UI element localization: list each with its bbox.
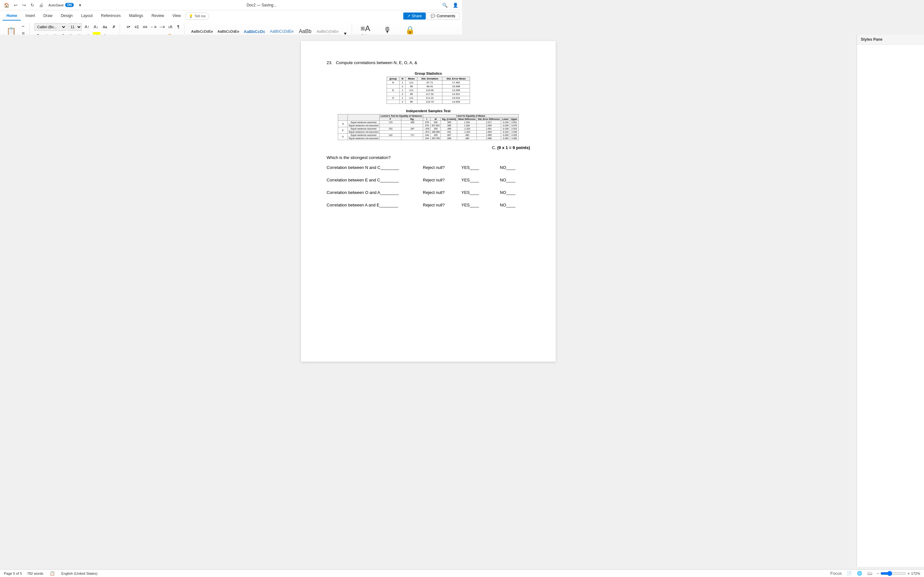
tab-layout[interactable]: Layout	[78, 11, 97, 21]
sort-btn[interactable]: ↕A	[166, 23, 174, 31]
autosave-toggle: ON	[65, 3, 74, 7]
correlation-row-3: Correlation between A and E________ Reje…	[326, 203, 462, 207]
paragraph-marks-btn[interactable]: ¶	[174, 23, 182, 31]
corr-reject-1: Reject null?	[423, 177, 461, 182]
undo-btn[interactable]: ↩	[13, 2, 19, 8]
corr-label-1: Correlation between E and C________	[326, 177, 423, 182]
document-page: 23. Compute correlations between N, E, O…	[301, 41, 462, 288]
doc-title: Doc2 — Saving...	[247, 3, 276, 7]
gs-col-n: N	[399, 77, 405, 81]
table-row: N111167.7117.462	[387, 81, 462, 85]
dictate-icon: 🎙	[384, 26, 391, 35]
gs-col-mean: Mean	[405, 77, 417, 81]
corr-label-0: Correlation between N and C________	[326, 165, 423, 170]
title-bar-left: 🏠 ↩ ↪ ↻ 🖨 AutoSave ON ▾	[3, 2, 82, 8]
styles-pane-icon: ≡A	[360, 24, 370, 33]
font-family-select[interactable]: Calibri (Bo...	[34, 23, 66, 31]
redo-btn[interactable]: ↪	[21, 2, 27, 8]
title-bar-center: Doc2 — Saving...	[247, 3, 276, 7]
table-row: N Equal variances assumed .715.399.576 2…	[338, 121, 462, 124]
clear-format-btn[interactable]: ✗	[110, 23, 118, 31]
home-icon-btn[interactable]: 🏠	[3, 2, 11, 8]
cut-icon: ✂	[22, 25, 24, 28]
share-label: Share	[412, 14, 422, 18]
ind-test-container: Independent Samples Test Levene's Test f…	[326, 109, 462, 140]
ind-test-title: Independent Samples Test	[326, 109, 462, 113]
ind-test-table: Levene's Test for Equality of Variances …	[338, 114, 462, 140]
section-c-header: C. (9 x 1 = 9 points)	[326, 145, 462, 150]
corr-reject-2: Reject null?	[423, 190, 461, 195]
group-stats-title: Group Statistics	[326, 71, 462, 75]
table-row: E1111110.0013.359	[387, 89, 462, 92]
corr-label-3: Correlation between A and E________	[326, 203, 423, 207]
decrease-indent-btn[interactable]: ←≡	[150, 23, 157, 31]
gs-col-std-dev: Std. Deviation	[417, 77, 443, 81]
gs-col-std-err: Std. Error Mean	[443, 77, 462, 81]
title-bar: 🏠 ↩ ↪ ↻ 🖨 AutoSave ON ▾ Doc2 — Saving...…	[0, 0, 462, 10]
print-btn[interactable]: 🖨	[37, 2, 45, 8]
corr-yes-1: YES____	[461, 177, 462, 182]
corr-yes-2: YES____	[461, 190, 462, 195]
table-row: 299110.7314.629	[387, 100, 462, 104]
gs-col-group: group	[387, 77, 400, 81]
tell-me-input[interactable]: 💡 Tell me	[185, 13, 209, 20]
table-row: 299117.3214.921	[387, 92, 462, 96]
user-profile-btn[interactable]: 👤	[451, 2, 459, 8]
tab-references[interactable]: References	[97, 11, 124, 21]
table-row: O Equal variances assumed .132.717.244 2…	[338, 134, 462, 137]
comments-btn[interactable]: 💬 Comments	[426, 12, 459, 20]
tell-me-label: Tell me	[194, 14, 206, 18]
cut-btn[interactable]: ✂	[19, 23, 27, 29]
tab-draw[interactable]: Draw	[39, 11, 56, 21]
corr-yes-0: YES____	[461, 165, 462, 170]
multilevel-btn[interactable]: ≡≡	[141, 23, 149, 31]
style-title-preview: AaBb	[299, 29, 311, 34]
style-no-spacing-preview: AaBbCcDdEe	[218, 29, 239, 33]
change-case-btn[interactable]: Aa	[101, 23, 109, 31]
style-heading2-preview: AaBbCcDdEe	[270, 29, 294, 34]
corr-label-2: Correlation between O and A________	[326, 190, 423, 195]
document-area: 23. Compute correlations between N, E, O…	[0, 35, 462, 288]
font-grow-btn[interactable]: A↑	[83, 23, 91, 31]
tab-view[interactable]: View	[169, 11, 185, 21]
numbering-btn[interactable]: ≡1	[133, 23, 141, 31]
tab-review[interactable]: Review	[148, 11, 168, 21]
customize-qat-btn[interactable]: ▾	[78, 2, 82, 8]
increase-indent-btn[interactable]: →≡	[158, 23, 166, 31]
corr-reject-3: Reject null?	[423, 203, 461, 207]
tab-home[interactable]: Home	[3, 11, 21, 21]
tab-design[interactable]: Design	[57, 11, 76, 21]
style-subtitle-preview: AaBbCcDdEe	[317, 29, 338, 33]
bullets-btn[interactable]: ≡•	[124, 23, 132, 31]
table-row: Equal variances not assumed -.874 198.08…	[338, 131, 462, 134]
corr-yes-3: YES____	[461, 203, 462, 207]
share-btn[interactable]: ↗ Share	[403, 13, 426, 19]
table-row: O1111111.2114.014	[387, 96, 462, 100]
sensitivity-icon: 🔒	[405, 26, 415, 35]
comments-label: Comments	[437, 14, 455, 18]
question-text: Compute correlations between N, E, O, A,…	[336, 60, 417, 65]
tab-insert[interactable]: Insert	[21, 11, 39, 21]
group-stats-container: Group Statistics group N Mean Std. Devia…	[326, 71, 462, 104]
share-icon: ↗	[407, 14, 410, 18]
font-shrink-btn[interactable]: A↓	[92, 23, 100, 31]
table-row: Equal variances not assumed .576 207.922…	[338, 124, 462, 127]
correlation-row-1: Correlation between E and C________ Reje…	[326, 177, 462, 182]
group-stats-table: group N Mean Std. Deviation Std. Error M…	[387, 77, 462, 104]
table-row: Equal variances not assumed .244 203.769…	[338, 137, 462, 140]
ribbon-tabs: Home Insert Draw Design Layout Reference…	[0, 10, 462, 22]
comments-icon: 💬	[431, 14, 435, 18]
autosave-btn[interactable]: AutoSave ON	[47, 2, 76, 8]
table-row: 29966.4115.698	[387, 85, 462, 89]
autosave-label: AutoSave	[48, 3, 64, 7]
title-bar-right: 🔍 👤	[441, 2, 459, 8]
font-size-select[interactable]: 11	[68, 23, 82, 31]
table-row: E Equal variances assumed .752.397-.678 …	[338, 127, 462, 131]
refresh-btn[interactable]: ↻	[29, 2, 36, 8]
lightbulb-icon: 💡	[189, 14, 193, 18]
tab-mailings[interactable]: Mailings	[125, 11, 147, 21]
question-number: 23.	[326, 60, 333, 65]
question-header: 23. Compute correlations between N, E, O…	[326, 60, 462, 65]
style-heading1-preview: AaBbCcDc	[244, 29, 265, 34]
search-btn[interactable]: 🔍	[441, 2, 449, 8]
